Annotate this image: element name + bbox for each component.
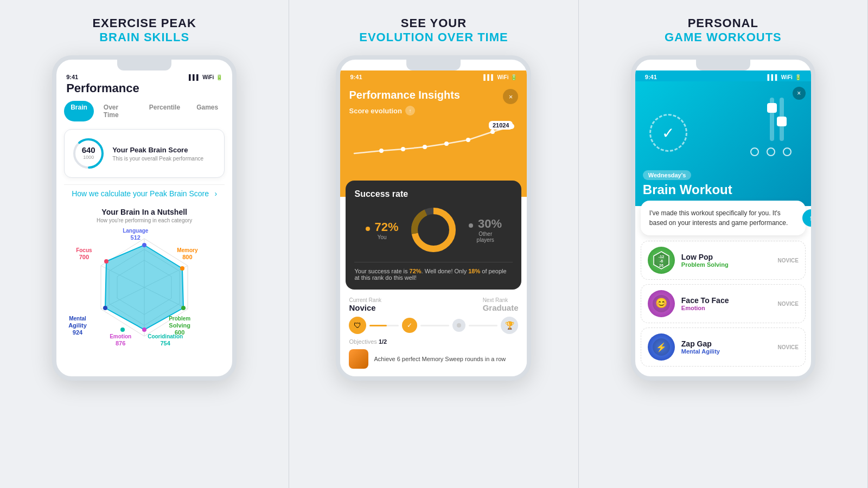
- score-chart: 21024: [349, 121, 518, 164]
- success-text-1: Your success rate is: [354, 268, 409, 274]
- game-item-low-pop[interactable]: -12 -6 26 Low Pop Problem Solving NOVICE: [641, 241, 806, 280]
- status-time-3: 9:41: [645, 74, 657, 80]
- svg-point-23: [466, 138, 470, 142]
- phone-notch-3: [696, 60, 750, 70]
- close-insights-button[interactable]: ×: [503, 89, 518, 104]
- slider-2[interactable]: [780, 98, 784, 141]
- others-pct: 30%: [478, 217, 502, 230]
- svg-point-24: [490, 130, 495, 134]
- svg-text:26: 26: [659, 264, 663, 267]
- svg-point-21: [423, 145, 427, 149]
- current-rank-value: Novice: [349, 303, 381, 312]
- game-level-zap-gap: NOVICE: [777, 344, 798, 350]
- phone1-content: Performance Brain Over Time Percentile G…: [56, 81, 232, 355]
- svg-point-18: [120, 328, 125, 332]
- brain-circle-container: ✓: [644, 108, 687, 152]
- nutshell-title: Your Brain In a Nutshell: [64, 208, 225, 216]
- objectives-value: 1/2: [379, 338, 387, 345]
- radio-row: [750, 147, 792, 156]
- svg-point-14: [180, 266, 184, 271]
- svg-text:⚡: ⚡: [656, 342, 667, 352]
- radar-chart: Language512 Focus700 Memory800 MentalAgi…: [68, 228, 220, 347]
- svg-point-15: [103, 306, 107, 310]
- chevron-right-icon: ›: [214, 189, 217, 198]
- radio-3[interactable]: [783, 147, 792, 156]
- svg-point-20: [401, 147, 405, 151]
- tab-brain[interactable]: Brain: [64, 101, 94, 121]
- game-name-low-pop: Low Pop: [681, 253, 771, 261]
- rank-check-icon: ✓: [402, 318, 417, 333]
- rank-icon-start: 🛡: [349, 317, 366, 334]
- rank-icon-end: 🏆: [501, 317, 518, 334]
- rank-dot: [452, 319, 465, 332]
- score-heading: Your Peak Brain Score: [112, 146, 203, 154]
- game-category-zap-gap: Mental Agility: [681, 348, 771, 355]
- next-rank-label: Next Rank: [483, 297, 519, 303]
- success-text-2: . Well done! Only: [422, 268, 469, 274]
- rank-line-fill: [369, 325, 387, 326]
- game-info-face-to-face: Face To Face Emotion: [681, 296, 771, 311]
- score-badge: 21024: [489, 121, 513, 130]
- game-category-low-pop: Problem Solving: [681, 261, 771, 268]
- svg-point-12: [142, 243, 146, 247]
- rank-line-2: [420, 325, 449, 326]
- label-language: Language512: [123, 228, 148, 241]
- signal-icon: ▌▌▌: [189, 74, 200, 80]
- panel2-title-bottom: EVOLUTION OVER TIME: [359, 30, 508, 44]
- current-rank-col: Current Rank Novice: [349, 297, 381, 312]
- panel2-header: SEE YOUR EVOLUTION OVER TIME: [359, 16, 508, 44]
- radio-1[interactable]: [750, 147, 759, 156]
- success-highlight-1: 72%: [410, 268, 422, 274]
- others-dot: [469, 223, 473, 228]
- status-time-2: 9:41: [350, 74, 362, 80]
- game-item-face-to-face[interactable]: 😊 Face To Face Emotion NOVICE: [641, 284, 806, 323]
- phone-3: 9:41 ▌▌▌ WiFi 🔋 ×: [631, 55, 815, 381]
- success-highlight-2: 18%: [468, 268, 480, 274]
- panel1-title-top: EXERCISE PEAK: [92, 16, 196, 30]
- nutshell-sub: How you're performing in each category: [64, 217, 225, 223]
- scroll-up-arrow[interactable]: ↑: [802, 209, 815, 227]
- tab-overtime[interactable]: Over Time: [97, 101, 139, 121]
- panel3-title-top: PERSONAL: [665, 16, 782, 30]
- success-donut-row: 72% You 30% Otherplayers: [354, 206, 513, 254]
- svg-point-13: [104, 259, 108, 264]
- tab-games[interactable]: Games: [190, 101, 225, 121]
- score-circle: 640 1000: [72, 137, 105, 170]
- label-emotion: Emotion876: [110, 333, 131, 347]
- tab-percentile[interactable]: Percentile: [143, 101, 187, 121]
- close-button[interactable]: ×: [793, 87, 806, 100]
- panel3-header: PERSONAL GAME WORKOUTS: [665, 16, 782, 44]
- game-item-zap-gap[interactable]: ⚡ Zap Gap Mental Agility NOVICE: [641, 328, 806, 367]
- score-desc: This is your overall Peak performance: [112, 156, 203, 162]
- evo-arrow-icon: ↑: [405, 106, 415, 115]
- battery-icon-3: 🔋: [795, 74, 801, 80]
- day-badge: Wednesday's: [643, 170, 692, 180]
- status-icons-2: ▌▌▌ WiFi 🔋: [483, 74, 517, 80]
- score-evo-label: Score evolution: [349, 107, 402, 115]
- radio-2[interactable]: [767, 147, 775, 156]
- success-stat-others: 30% Otherplayers: [469, 217, 502, 243]
- slider-decoration: [770, 98, 784, 141]
- donut-chart: [409, 206, 458, 254]
- current-rank-label: Current Rank: [349, 297, 381, 303]
- status-bar-2: 9:41 ▌▌▌ WiFi 🔋: [340, 70, 527, 81]
- svg-point-22: [444, 142, 449, 146]
- phone-notch-1: [117, 60, 171, 70]
- rank-row: Current Rank Novice Next Rank Graduate: [349, 297, 518, 312]
- slider-1[interactable]: [770, 98, 774, 141]
- radar-svg: [68, 228, 220, 347]
- status-icons-3: ▌▌▌ WiFi 🔋: [768, 74, 801, 80]
- rank-progress: 🛡 ✓ 🏆: [349, 317, 518, 334]
- game-icon-zap-gap: ⚡: [648, 333, 675, 361]
- wifi-icon-3: WiFi: [781, 74, 793, 80]
- battery-icon-2: 🔋: [510, 74, 517, 80]
- rank-line: [369, 325, 398, 326]
- objectives-row: Objectives 1/2: [349, 338, 518, 345]
- game-list: -12 -6 26 Low Pop Problem Solving NOVICE…: [635, 235, 811, 376]
- status-time-1: 9:41: [66, 74, 78, 80]
- you-dot: [366, 227, 370, 231]
- phone-1: 9:41 ▌▌▌ WiFi 🔋 Performance Brain Over T…: [52, 55, 237, 381]
- score-link[interactable]: How we calculate your Peak Brain Score ›: [64, 184, 225, 202]
- success-card: Success rate 72% You 30% Otherplayers: [346, 181, 521, 290]
- success-stat-you: 72% You: [366, 220, 399, 240]
